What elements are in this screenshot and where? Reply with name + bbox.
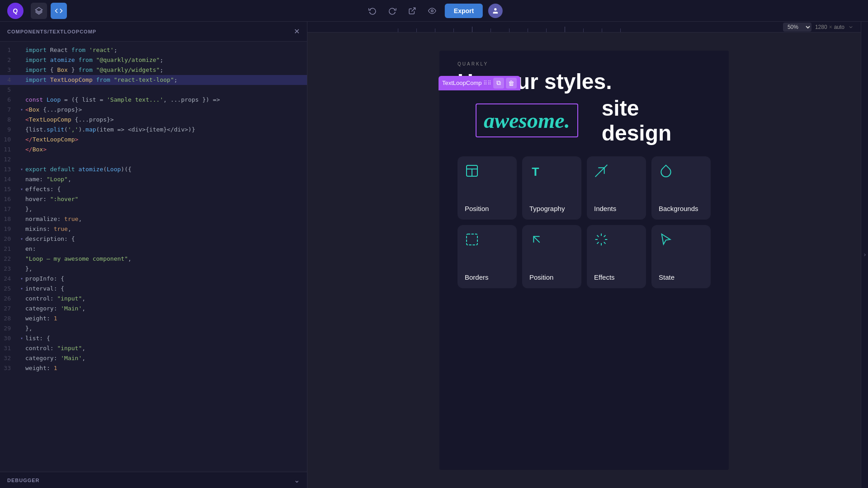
code-line-33[interactable]: 33 weight: 1: [0, 363, 307, 373]
code-line-1[interactable]: 1import React from 'react';: [0, 45, 307, 55]
redo-button[interactable]: [385, 4, 400, 18]
code-line-22[interactable]: 22 "Loop — my awesome component",: [0, 254, 307, 264]
code-line-32[interactable]: 32 category: 'Main',: [0, 353, 307, 363]
selected-text: awesome.: [484, 108, 570, 132]
code-line-19[interactable]: 19 mixins: true,: [0, 224, 307, 234]
code-line-21[interactable]: 21 en:: [0, 244, 307, 254]
card-label-effects: Effects: [594, 273, 639, 281]
selected-component[interactable]: awesome.: [476, 103, 578, 137]
code-line-10[interactable]: 10 </TextLoopComp>: [0, 135, 307, 145]
code-line-27[interactable]: 27 category: 'Main',: [0, 304, 307, 314]
card-backgrounds[interactable]: Backgrounds: [651, 156, 711, 220]
hero-text-line2: site design: [596, 96, 711, 145]
card-label-state: State: [659, 273, 703, 281]
collapse-toggle-13[interactable]: ▾: [18, 164, 25, 174]
share-button[interactable]: [405, 4, 420, 18]
card-position-2[interactable]: Position: [522, 225, 581, 288]
code-line-15[interactable]: 15▾ effects: {: [0, 184, 307, 194]
topbar: Q: [0, 0, 868, 22]
layers-button[interactable]: [31, 3, 47, 19]
canvas-ruler: 50% 75% 100% 1280 × auto: [307, 22, 861, 33]
svg-line-12: [533, 236, 539, 242]
svg-text:T: T: [532, 164, 539, 178]
canvas-content[interactable]: QUARKLY Use our styles. TextLoopComp ⠿⠿ …: [307, 33, 861, 488]
svg-point-2: [431, 9, 434, 12]
preview-button[interactable]: [425, 4, 439, 18]
code-line-6[interactable]: 6const Loop = ({ list = 'Sample text...'…: [0, 95, 307, 105]
code-line-4[interactable]: 4import TextLoopComp from "react-text-lo…: [0, 75, 307, 85]
card-position-1[interactable]: Position: [458, 156, 517, 220]
card-indents[interactable]: Indents: [587, 156, 646, 220]
collapse-toggle-24[interactable]: ▾: [18, 274, 25, 284]
card-borders[interactable]: Borders: [458, 225, 517, 288]
card-typography[interactable]: TTypography: [522, 156, 581, 220]
code-line-29[interactable]: 29 },: [0, 324, 307, 333]
card-label-borders: Borders: [465, 273, 509, 281]
code-line-18[interactable]: 18 normalize: true,: [0, 214, 307, 224]
code-line-25[interactable]: 25▾ interval: {: [0, 284, 307, 294]
code-line-12[interactable]: 12: [0, 155, 307, 164]
component-toolbar: TextLoopComp ⠿⠿ ⧉ 🗑: [439, 76, 520, 90]
code-line-7[interactable]: 7▾<Box {...props}>: [0, 105, 307, 115]
cursor-icon: [659, 232, 673, 249]
svg-rect-11: [467, 234, 477, 245]
card-state[interactable]: State: [651, 225, 711, 288]
droplet-icon: [659, 164, 673, 180]
code-line-3[interactable]: 3import { Box } from "@quarkly/widgets";: [0, 65, 307, 75]
arrow-nw-icon: [529, 232, 544, 249]
selected-component-wrapper: TextLoopComp ⠿⠿ ⧉ 🗑 awesome. site design: [439, 94, 729, 147]
svg-line-15: [597, 235, 599, 237]
card-label-position-1: Position: [465, 205, 509, 212]
drag-handle[interactable]: ⠿⠿: [483, 80, 491, 86]
code-line-30[interactable]: 30▾ list: {: [0, 333, 307, 343]
code-line-13[interactable]: 13▾export default atomize(Loop)({: [0, 164, 307, 174]
code-line-31[interactable]: 31 control: "input",: [0, 343, 307, 353]
code-panel: COMPONENTS/TEXTLOOPCOMP ✕ 1import React …: [0, 22, 307, 488]
code-editor[interactable]: 1import React from 'react';2import atomi…: [0, 42, 307, 472]
debugger-expand-button[interactable]: ⌄: [294, 476, 300, 484]
code-line-16[interactable]: 16 hover: ":hover": [0, 194, 307, 204]
canvas-height-arrow[interactable]: [848, 24, 854, 30]
code-line-20[interactable]: 20▾ description: {: [0, 234, 307, 244]
code-line-8[interactable]: 8 <TextLoopComp {...props}>: [0, 115, 307, 125]
code-line-14[interactable]: 14 name: "Loop",: [0, 174, 307, 184]
svg-point-3: [495, 8, 497, 10]
undo-button[interactable]: [365, 4, 380, 18]
export-button[interactable]: Export: [445, 4, 483, 18]
code-line-24[interactable]: 24▾ propInfo: {: [0, 274, 307, 284]
code-line-17[interactable]: 17 },: [0, 204, 307, 214]
code-panel-title: COMPONENTS/TEXTLOOPCOMP: [7, 29, 96, 34]
user-avatar[interactable]: [488, 4, 503, 18]
code-panel-header: COMPONENTS/TEXTLOOPCOMP ✕: [0, 22, 307, 42]
main-layout: COMPONENTS/TEXTLOOPCOMP ✕ 1import React …: [0, 22, 868, 488]
borders-icon: [465, 232, 479, 249]
card-effects[interactable]: Effects: [587, 225, 646, 288]
canvas-page: QUARKLY Use our styles. TextLoopComp ⠿⠿ …: [439, 51, 729, 470]
collapse-toggle-20[interactable]: ▾: [18, 234, 25, 244]
arrows-in-icon: [594, 164, 609, 180]
component-copy-button[interactable]: ⧉: [493, 78, 504, 89]
code-line-23[interactable]: 23 },: [0, 264, 307, 274]
canvas-size: 1280 × auto: [815, 24, 854, 30]
right-panel-collapse[interactable]: [861, 22, 868, 488]
component-delete-button[interactable]: 🗑: [506, 78, 517, 89]
code-line-9[interactable]: 9 {list.split(',').map(item => <div>{ite…: [0, 125, 307, 135]
code-line-2[interactable]: 2import atomize from "@quarkly/atomize";: [0, 55, 307, 65]
card-label-position-2: Position: [529, 273, 574, 281]
code-line-11[interactable]: 11</Box>: [0, 145, 307, 155]
collapse-toggle-7[interactable]: ▾: [18, 105, 25, 115]
card-label-typography: Typography: [529, 205, 574, 212]
code-line-26[interactable]: 26 control: "input",: [0, 294, 307, 304]
code-panel-close-button[interactable]: ✕: [294, 27, 300, 36]
collapse-toggle-25[interactable]: ▾: [18, 284, 25, 294]
code-line-28[interactable]: 28 weight: 1: [0, 314, 307, 324]
code-button[interactable]: [51, 3, 67, 19]
code-line-5[interactable]: 5: [0, 85, 307, 95]
svg-line-9: [595, 174, 599, 177]
collapse-toggle-30[interactable]: ▾: [18, 333, 25, 343]
debugger-title: DEBUGGER: [7, 478, 40, 483]
canvas-height: auto: [834, 24, 844, 30]
canvas-width: 1280: [815, 24, 827, 30]
zoom-select[interactable]: 50% 75% 100%: [783, 23, 811, 32]
collapse-toggle-15[interactable]: ▾: [18, 184, 25, 194]
